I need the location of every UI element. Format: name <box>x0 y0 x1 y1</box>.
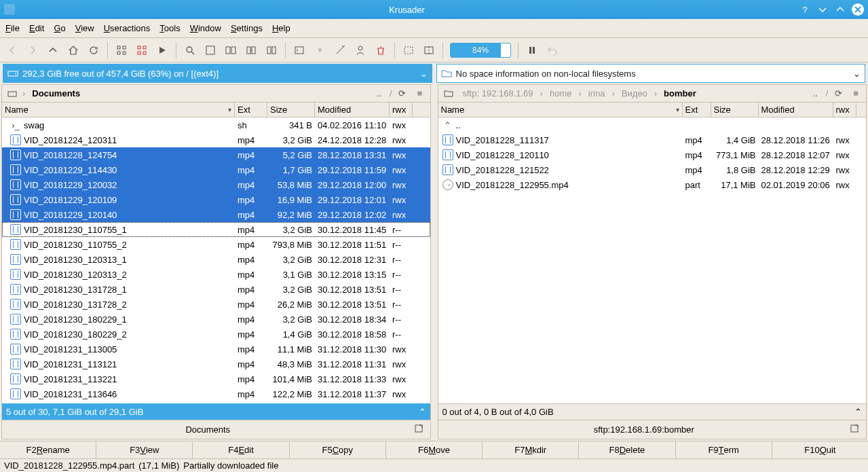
queue-progress[interactable]: 84% <box>450 43 511 58</box>
wand-button[interactable] <box>331 41 350 60</box>
table-row[interactable]: VID_20181228_121522 mp4 1,8 GiB 28.12.20… <box>438 162 867 177</box>
maximize-button[interactable] <box>834 3 846 16</box>
layout1-button[interactable] <box>399 41 418 60</box>
table-row[interactable]: VID_20181231_113121 mp4 48,3 MiB 31.12.2… <box>2 357 430 371</box>
menu-go[interactable]: Go <box>54 23 65 33</box>
expand-icon[interactable] <box>414 424 426 436</box>
col-ext[interactable]: Ext <box>235 103 267 117</box>
table-row[interactable]: ›_swag sh 341 B 04.02.2016 11:10 rwx <box>2 117 430 132</box>
chevron-down-icon[interactable]: ⌄ <box>420 69 428 79</box>
dropdown-icon[interactable]: ▾ <box>310 41 329 60</box>
folder-icon[interactable] <box>442 88 455 100</box>
col-rwx[interactable]: rwx <box>833 103 856 117</box>
crumb-user[interactable]: irina <box>584 87 609 100</box>
table-row[interactable]: VID_20181228_120110 mp4 773,1 MiB 28.12.… <box>438 147 867 162</box>
fkey-7[interactable]: F7 Mkdir <box>483 441 579 458</box>
menu-help[interactable]: Help <box>272 23 290 33</box>
menu-window[interactable]: Window <box>190 23 221 33</box>
menu-edit[interactable]: Edit <box>29 23 44 33</box>
table-row[interactable]: VID_20181230_110755_1 mp4 3,2 GiB 30.12.… <box>2 222 430 237</box>
table-row[interactable]: VID_20181229_114430 mp4 1,7 GiB 29.12.20… <box>2 162 430 177</box>
menu-settings[interactable]: Settings <box>231 23 263 33</box>
run-button[interactable] <box>153 41 172 60</box>
expand-icon[interactable] <box>850 424 862 436</box>
col-modified[interactable]: Modified <box>759 103 833 117</box>
fkey-5[interactable]: F5 Copy <box>290 441 386 458</box>
dots-icon[interactable]: .. <box>809 88 821 100</box>
table-row[interactable]: VID_20181230_110755_2 mp4 793,8 MiB 30.1… <box>2 237 430 252</box>
titlebar[interactable]: Krusader ? <box>0 0 868 19</box>
fkey-3[interactable]: F3 View <box>96 441 193 458</box>
col-name[interactable]: Name <box>438 103 683 117</box>
left-disk-info[interactable]: 292,3 GiB free out of 457,4 GiB (63%) on… <box>3 64 432 83</box>
chevron-down-icon[interactable]: ⌄ <box>853 69 861 79</box>
table-row[interactable]: VID_20181224_120311 mp4 3,2 GiB 24.12.20… <box>2 132 430 147</box>
table-row[interactable]: VID_20181230_120313_1 mp4 3,2 GiB 30.12.… <box>2 252 430 267</box>
fkey-2[interactable]: F2 Rename <box>0 441 96 458</box>
menu-tools[interactable]: Tools <box>159 23 180 33</box>
compare-button[interactable] <box>221 41 240 60</box>
reload-icon[interactable]: ⟳ <box>832 88 844 100</box>
chevron-up-icon[interactable]: ⌃ <box>419 407 426 417</box>
up-button[interactable] <box>43 41 62 60</box>
table-row[interactable]: VID_20181230_180229_2 mp4 1,4 GiB 30.12.… <box>2 327 430 342</box>
pause-button[interactable] <box>523 41 542 60</box>
col-ext[interactable]: Ext <box>683 103 711 117</box>
right-disk-info[interactable]: No space information on non-local filesy… <box>436 64 866 83</box>
search-button[interactable] <box>181 41 200 60</box>
back-button[interactable] <box>3 41 22 60</box>
crumb-documents[interactable]: Documents <box>28 87 84 100</box>
device-icon[interactable] <box>6 88 18 100</box>
table-row[interactable]: VID_20181228_111317 mp4 1,4 GiB 28.12.20… <box>438 132 867 147</box>
table-row[interactable]: VID_20181231_113005 mp4 11,1 MiB 31.12.2… <box>2 342 430 357</box>
table-row[interactable]: VID_20181228_124754 mp4 5,2 GiB 28.12.20… <box>2 147 430 162</box>
col-size[interactable]: Size <box>267 103 315 117</box>
help-button[interactable]: ? <box>799 3 811 16</box>
crumb-host[interactable]: sftp: 192.168.1.69 <box>459 87 537 100</box>
table-row[interactable]: ⌃.. <box>438 117 867 132</box>
table-row[interactable]: VID_20181229_120140 mp4 92,2 MiB 29.12.2… <box>2 207 430 222</box>
table-row[interactable]: VID_20181229_120032 mp4 53,8 MiB 29.12.2… <box>2 177 430 192</box>
table-row[interactable]: VID_20181231_113646 mp4 122,2 MiB 31.12.… <box>2 386 430 401</box>
table-row[interactable]: VID_20181231_113221 mp4 101,4 MiB 31.12.… <box>2 371 430 386</box>
reload-icon[interactable]: ⟳ <box>396 88 409 100</box>
table-row[interactable]: VID_20181230_131728_1 mp4 3,2 GiB 30.12.… <box>2 282 430 297</box>
dots-icon[interactable]: .. <box>373 88 385 100</box>
layout2-button[interactable] <box>419 41 438 60</box>
crumb-bomber[interactable]: bomber <box>660 87 700 100</box>
crumb-video[interactable]: Видео <box>618 87 652 100</box>
user-button[interactable] <box>351 41 370 60</box>
close-button[interactable] <box>852 3 864 16</box>
fkey-9[interactable]: F9 Term <box>676 441 772 458</box>
table-row[interactable]: VID_20181230_120313_2 mp4 3,1 GiB 30.12.… <box>2 267 430 282</box>
gear-icon[interactable]: ≡ <box>414 88 426 100</box>
fkey-10[interactable]: F10 Quit <box>772 441 868 458</box>
menu-view[interactable]: View <box>75 23 94 33</box>
table-row[interactable]: VID_20181230_180229_1 mp4 3,2 GiB 30.12.… <box>2 312 430 327</box>
col-rwx[interactable]: rwx <box>390 103 413 117</box>
forward-button[interactable] <box>23 41 42 60</box>
chevron-up-icon[interactable]: ⌃ <box>854 407 862 417</box>
home-button[interactable] <box>64 41 83 60</box>
gear-icon[interactable]: ≡ <box>850 88 862 100</box>
table-row[interactable]: VID_20181229_120109 mp4 16,9 MiB 29.12.2… <box>2 192 430 207</box>
select-button[interactable] <box>112 41 131 60</box>
undo-button[interactable] <box>543 41 562 60</box>
table-row[interactable]: VID_20181230_131728_2 mp4 26,2 MiB 30.12… <box>2 297 430 312</box>
col-modified[interactable]: Modified <box>315 103 390 117</box>
minimize-button[interactable] <box>816 3 829 16</box>
view-button[interactable] <box>201 41 220 60</box>
fkey-8[interactable]: F8 Delete <box>579 441 675 458</box>
menu-file[interactable]: File <box>5 23 20 33</box>
menu-useractions[interactable]: Useractions <box>104 23 151 33</box>
refresh-button[interactable] <box>84 41 103 60</box>
terminal-button[interactable] <box>290 41 309 60</box>
crumb-home[interactable]: home <box>546 87 576 100</box>
deselect-button[interactable] <box>132 41 151 60</box>
fkey-4[interactable]: F4 Edit <box>193 441 289 458</box>
table-row[interactable]: VID_20181228_122955.mp4 part 17,1 MiB 02… <box>438 177 867 192</box>
col-name[interactable]: Name <box>2 103 235 117</box>
sync-button[interactable] <box>262 41 281 60</box>
fkey-6[interactable]: F6 Move <box>386 441 483 458</box>
trash-button[interactable] <box>371 41 390 60</box>
